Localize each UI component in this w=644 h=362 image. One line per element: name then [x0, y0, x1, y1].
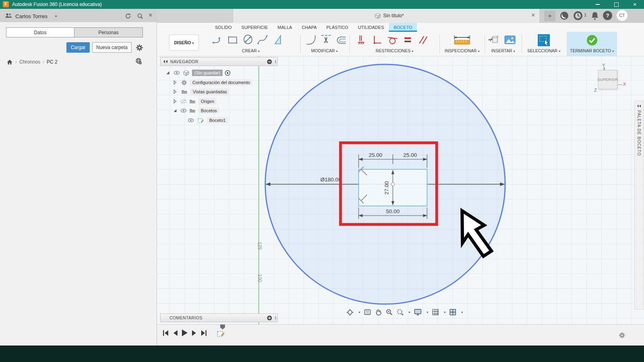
- timeline-step-back-icon[interactable]: [172, 330, 178, 336]
- tree-label[interactable]: Boceto1: [207, 117, 228, 123]
- viewport-canvas[interactable]: Ø180.00 25.00 25.00 27.00 50.00: [157, 56, 644, 324]
- grid-caret-icon[interactable]: ▾: [444, 311, 446, 314]
- insert-derive-icon[interactable]: [488, 35, 499, 46]
- help-icon[interactable]: ?: [603, 11, 612, 20]
- rectangle-tool-icon[interactable]: [227, 34, 238, 45]
- dimension-25-left[interactable]: 25.00: [369, 152, 382, 158]
- search-icon[interactable]: [137, 13, 143, 19]
- orbit-caret-icon[interactable]: ▾: [359, 311, 360, 314]
- refresh-icon[interactable]: [125, 13, 131, 19]
- viewports-icon[interactable]: [449, 309, 456, 316]
- terminar-boceto-button[interactable]: TERMINAR BOCETO▾: [567, 32, 617, 56]
- collapse-left-icon[interactable]: [163, 60, 168, 64]
- notifications-bell-icon[interactable]: [590, 11, 600, 21]
- panel-settings-gear-icon[interactable]: [136, 44, 143, 51]
- look-at-icon[interactable]: [364, 309, 371, 316]
- collapsed-arrow-icon[interactable]: [172, 80, 178, 85]
- diameter-dimension-label[interactable]: Ø180.00: [320, 177, 341, 183]
- expand-palette-icon[interactable]: [637, 104, 641, 108]
- panel-grip-icon[interactable]: ‖: [275, 60, 277, 64]
- insert-image-icon[interactable]: [504, 34, 516, 45]
- user-menu-caret-icon[interactable]: ▾: [55, 14, 57, 18]
- insertar-group-label[interactable]: INSERTAR▾: [485, 48, 522, 54]
- ribbon-tab-malla[interactable]: MALLA: [273, 23, 297, 32]
- breadcrumb-project[interactable]: Chronnos: [19, 59, 40, 65]
- select-tool-icon[interactable]: [537, 34, 550, 47]
- close-window-button[interactable]: ×: [628, 0, 642, 9]
- activate-target-icon[interactable]: [225, 70, 231, 76]
- minimize-button[interactable]: [591, 0, 605, 9]
- close-document-icon[interactable]: ×: [531, 12, 535, 19]
- measure-tool-icon[interactable]: [453, 35, 471, 45]
- tree-label[interactable]: Configuración del documento: [190, 79, 252, 86]
- timeline-skip-start-icon[interactable]: [162, 330, 169, 336]
- cargar-button[interactable]: Cargar: [66, 42, 90, 53]
- constraint-perpendicular-icon[interactable]: [372, 35, 382, 45]
- sketch-palette-tab[interactable]: PALETA DE BOCETO: [634, 101, 644, 310]
- tree-item-sketch1[interactable]: Boceto1: [188, 116, 228, 124]
- crear-group-label[interactable]: CREAR▾: [211, 48, 291, 54]
- close-panel-icon[interactable]: ×: [149, 12, 152, 19]
- ribbon-tab-plastico[interactable]: PLÁSTICO: [322, 23, 353, 32]
- home-icon[interactable]: [6, 59, 13, 65]
- collapsed-arrow-icon[interactable]: [172, 89, 178, 95]
- shared-views-globe-icon[interactable]: [135, 58, 142, 65]
- dimension-25-right[interactable]: 25.00: [403, 152, 417, 158]
- ribbon-tab-utilidades[interactable]: UTILIDADES: [353, 23, 389, 32]
- ribbon-tab-superficie[interactable]: SUPERFICIE: [237, 23, 273, 32]
- collapse-circle-icon[interactable]: [267, 59, 272, 64]
- expanded-arrow-icon[interactable]: [172, 108, 178, 113]
- restricciones-group-label[interactable]: RESTRICCIONES▾: [354, 48, 435, 54]
- visibility-eye-icon[interactable]: [188, 117, 194, 123]
- timeline-play-icon[interactable]: [181, 329, 188, 337]
- tree-label[interactable]: Origen: [198, 98, 217, 105]
- seleccionar-group-label[interactable]: SELECCIONAR▾: [522, 48, 565, 54]
- tree-item-sketches-folder[interactable]: Bocetos: [172, 107, 219, 115]
- current-user-name[interactable]: Carlos Torres: [15, 13, 47, 19]
- display-settings-icon[interactable]: [414, 309, 422, 316]
- nueva-carpeta-button[interactable]: Nueva carpeta: [92, 42, 132, 53]
- display-caret-icon[interactable]: ▾: [427, 311, 428, 314]
- tree-label[interactable]: Vistas guardadas: [190, 88, 229, 95]
- workspace-selector[interactable]: DISEÑO▾: [169, 35, 199, 51]
- orbit-icon[interactable]: [346, 309, 354, 316]
- spline-tool-icon[interactable]: [257, 34, 268, 45]
- constraint-parallel-icon[interactable]: [418, 35, 428, 45]
- dimension-width[interactable]: 50.00: [386, 208, 400, 214]
- timeline-skip-end-icon[interactable]: [200, 330, 207, 336]
- visibility-off-eye-icon[interactable]: [180, 98, 187, 105]
- user-avatar[interactable]: CT: [617, 10, 627, 21]
- line-tool-icon[interactable]: [212, 34, 223, 45]
- constraint-tangent-icon[interactable]: [387, 35, 398, 45]
- tree-item-origin[interactable]: Origen: [172, 97, 217, 105]
- timeline-sketch-feature-icon[interactable]: [217, 329, 225, 338]
- timeline-step-forward-icon[interactable]: [191, 330, 197, 336]
- ribbon-tab-boceto[interactable]: BOCETO: [389, 23, 417, 32]
- collapsed-arrow-icon[interactable]: [172, 99, 178, 104]
- grid-settings-icon[interactable]: [432, 309, 439, 316]
- tree-label[interactable]: Bocetos: [198, 107, 219, 114]
- panel-grip-icon[interactable]: ‖: [275, 316, 277, 320]
- ribbon-tab-chapa[interactable]: CHAPA: [297, 23, 322, 32]
- tab-datos[interactable]: Datos: [6, 27, 74, 37]
- visibility-eye-icon[interactable]: [180, 107, 187, 114]
- expand-circle-icon[interactable]: [267, 315, 272, 321]
- comments-bar[interactable]: COMENTARIOS ‖: [160, 313, 278, 322]
- fillet-tool-icon[interactable]: [305, 35, 316, 46]
- circle-tool-icon[interactable]: [242, 34, 254, 46]
- dimension-height[interactable]: 27.00: [384, 181, 390, 195]
- tree-item-document[interactable]: (Sin guardar): [165, 69, 231, 77]
- viewcube-face-label[interactable]: SUPERIOR: [598, 78, 618, 82]
- visibility-eye-icon[interactable]: [173, 70, 180, 76]
- timeline-marker-pin-icon[interactable]: [220, 325, 225, 329]
- viewports-caret-icon[interactable]: ▾: [461, 311, 463, 314]
- extensions-icon[interactable]: [559, 11, 569, 21]
- job-status-clock-icon[interactable]: [573, 11, 583, 21]
- fit-caret-icon[interactable]: ▾: [409, 311, 410, 314]
- constraint-horizontal-vertical-icon[interactable]: [357, 35, 367, 45]
- tree-item-doc-settings[interactable]: Configuración del documento: [172, 78, 252, 86]
- pan-hand-icon[interactable]: [375, 309, 382, 316]
- viewcube[interactable]: SUPERIOR: [598, 70, 617, 89]
- new-document-tab-button[interactable]: +: [544, 10, 555, 21]
- modificar-group-label[interactable]: MODIFICAR▾: [302, 48, 347, 54]
